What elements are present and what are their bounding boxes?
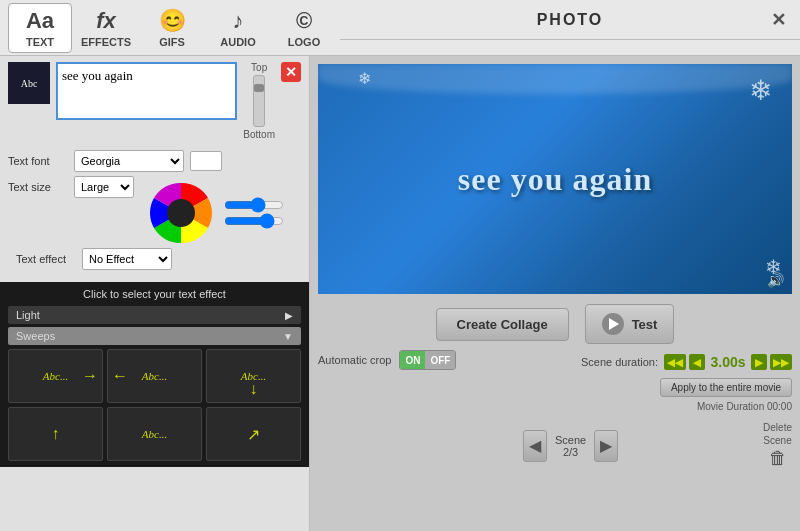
tab-gifs-label: GIFS bbox=[159, 36, 185, 48]
size-row: Text size Large Small Medium bbox=[8, 176, 134, 198]
close-button[interactable]: ✕ bbox=[771, 9, 788, 31]
auto-crop-label: Automatic crop bbox=[318, 354, 391, 366]
position-thumb bbox=[254, 84, 264, 92]
effect-thumb-1[interactable]: Abc... → bbox=[8, 349, 103, 403]
effect-thumb-3[interactable]: Abc... ↓ bbox=[206, 349, 301, 403]
color-swatch[interactable] bbox=[190, 151, 222, 171]
tab-gifs[interactable]: 😊 GIFS bbox=[140, 3, 204, 53]
scene-value: 2/3 bbox=[555, 446, 586, 458]
delete-scene-label: Delete bbox=[763, 422, 792, 433]
test-button[interactable]: Test bbox=[585, 304, 675, 344]
effect-thumb-4[interactable]: ↑ bbox=[8, 407, 103, 461]
toggle-off[interactable]: OFF bbox=[425, 351, 455, 369]
left-panel: Abc see you again Top Bottom ✕ Text font… bbox=[0, 56, 310, 531]
snow-decoration bbox=[318, 64, 792, 94]
play-triangle bbox=[609, 318, 619, 330]
delete-text-button[interactable]: ✕ bbox=[281, 62, 301, 82]
photo-title: PHOTO bbox=[537, 11, 604, 29]
effect-row: Text effect No Effect Light Sweeps bbox=[8, 248, 301, 274]
hue-slider-row bbox=[224, 201, 301, 209]
text-edit-row: Abc see you again Top Bottom ✕ bbox=[0, 56, 309, 146]
brightness-slider-row bbox=[224, 217, 301, 225]
tab-text-label: TEXT bbox=[26, 36, 54, 48]
arrow-down-icon: ↓ bbox=[250, 380, 258, 398]
text-input[interactable]: see you again bbox=[56, 62, 237, 120]
hue-slider[interactable] bbox=[224, 201, 284, 209]
effect-label: Text effect bbox=[16, 253, 76, 265]
sweeps-arrow-icon: ▼ bbox=[283, 331, 293, 342]
play-icon bbox=[602, 313, 624, 335]
duration-decrease-double-button[interactable]: ◀◀ bbox=[664, 354, 686, 370]
trash-icon[interactable]: 🗑 bbox=[769, 448, 787, 469]
size-select[interactable]: Large Small Medium bbox=[74, 176, 134, 198]
position-control: Top Bottom bbox=[243, 62, 275, 140]
scene-nav-row: ◀ Scene 2/3 ▶ Delete Scene 🗑 bbox=[310, 418, 800, 473]
effect-select[interactable]: No Effect Light Sweeps bbox=[82, 248, 172, 270]
effects-icon: fx bbox=[96, 8, 116, 34]
video-content: ❄ ❄ ❄ see you again bbox=[318, 64, 792, 294]
effect-thumb-6[interactable]: ↗ bbox=[206, 407, 301, 461]
tab-logo-label: LOGO bbox=[288, 36, 320, 48]
photo-header: PHOTO ✕ bbox=[340, 0, 800, 40]
effect-thumb-2[interactable]: Abc... ← bbox=[107, 349, 202, 403]
text-icon: Aa bbox=[26, 8, 54, 34]
color-sliders bbox=[224, 201, 301, 225]
font-controls: Text font Georgia Arial Times New Roman … bbox=[0, 146, 309, 278]
audio-icon: ♪ bbox=[233, 8, 244, 34]
tab-audio[interactable]: ♪ AUDIO bbox=[206, 3, 270, 53]
volume-icon[interactable]: 🔊 bbox=[767, 272, 784, 288]
effect-category-sweeps[interactable]: Sweeps ▼ bbox=[8, 327, 301, 345]
font-label: Text font bbox=[8, 155, 68, 167]
text-preview-box: Abc bbox=[8, 62, 50, 104]
apply-entire-row: Apply to the entire movie bbox=[318, 378, 792, 397]
duration-increase-double-button[interactable]: ▶▶ bbox=[770, 354, 792, 370]
preview-text: see you again bbox=[458, 161, 652, 198]
size-select-wrap: Large Small Medium bbox=[74, 176, 134, 198]
toggle-on[interactable]: ON bbox=[400, 351, 425, 369]
font-row: Text font Georgia Arial Times New Roman bbox=[8, 150, 301, 172]
color-wheel[interactable] bbox=[146, 178, 216, 248]
arrow-diag-icon: ↗ bbox=[247, 425, 260, 444]
svg-point-0 bbox=[167, 199, 195, 227]
position-top-label: Top bbox=[251, 62, 267, 73]
delete-scene-label2: Scene bbox=[763, 435, 791, 446]
light-arrow-icon: ▶ bbox=[285, 310, 293, 321]
snowflake-1: ❄ bbox=[749, 74, 772, 107]
right-panel: ❄ ❄ ❄ see you again 🔊 Create Collage Tes… bbox=[310, 56, 800, 531]
effect-category-light-label: Light bbox=[16, 309, 40, 321]
tab-logo[interactable]: © LOGO bbox=[272, 3, 336, 53]
scene-info: Scene 2/3 bbox=[555, 434, 586, 458]
effects-grid: Abc... → Abc... ← Abc... ↓ ↑ bbox=[8, 349, 301, 461]
effects-panel: Click to select your text effect Light ▶… bbox=[0, 282, 309, 467]
auto-crop-row: Automatic crop ON OFF bbox=[318, 350, 456, 370]
scene-prev-button[interactable]: ◀ bbox=[523, 430, 547, 462]
scene-next-button[interactable]: ▶ bbox=[594, 430, 618, 462]
scene-duration-label: Scene duration: bbox=[581, 356, 658, 368]
brightness-slider[interactable] bbox=[224, 217, 284, 225]
effect-category-light[interactable]: Light ▶ bbox=[8, 306, 301, 324]
effects-panel-title: Click to select your text effect bbox=[8, 288, 301, 300]
duration-decrease-button[interactable]: ◀ bbox=[689, 354, 705, 370]
position-slider[interactable] bbox=[253, 75, 265, 127]
arrow-right-icon: → bbox=[82, 367, 98, 385]
arrow-up-icon2: ↑ bbox=[52, 425, 60, 443]
delete-scene-row: Delete Scene 🗑 bbox=[763, 422, 792, 469]
create-collage-button[interactable]: Create Collage bbox=[436, 308, 569, 341]
gifs-icon: 😊 bbox=[159, 8, 186, 34]
buttons-row: Create Collage Test bbox=[310, 294, 800, 350]
text-preview-label: Abc bbox=[21, 78, 38, 89]
size-label: Text size bbox=[8, 181, 68, 193]
toggle-switch[interactable]: ON OFF bbox=[399, 350, 456, 370]
effect-thumb-5[interactable]: Abc... bbox=[107, 407, 202, 461]
movie-duration-label: Movie Duration 00:00 bbox=[697, 401, 792, 412]
scene-nav: ◀ Scene 2/3 ▶ bbox=[523, 430, 618, 462]
movie-duration-row: Movie Duration 00:00 bbox=[318, 401, 792, 412]
apply-entire-button[interactable]: Apply to the entire movie bbox=[660, 378, 792, 397]
duration-value: 3.00s bbox=[708, 354, 748, 370]
tab-text[interactable]: Aa TEXT bbox=[8, 3, 72, 53]
tab-effects[interactable]: fx EFFECTS bbox=[74, 3, 138, 53]
tab-audio-label: AUDIO bbox=[220, 36, 255, 48]
font-select[interactable]: Georgia Arial Times New Roman bbox=[74, 150, 184, 172]
duration-increase-button[interactable]: ▶ bbox=[751, 354, 767, 370]
main-area: Abc see you again Top Bottom ✕ Text font… bbox=[0, 56, 800, 531]
